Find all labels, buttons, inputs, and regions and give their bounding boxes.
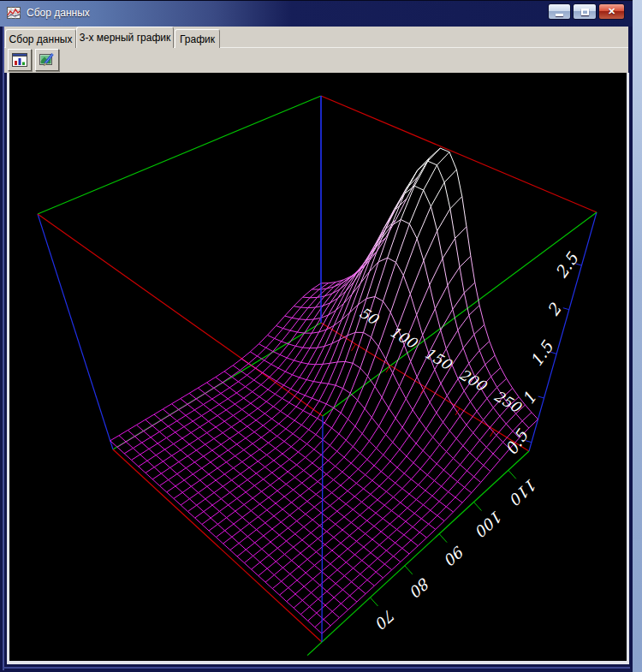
mesh-line	[469, 350, 479, 363]
mesh-line	[184, 474, 193, 480]
mesh-line	[271, 354, 280, 364]
mesh-line	[132, 455, 140, 461]
mesh-line	[204, 505, 212, 512]
mesh-line	[319, 526, 326, 532]
mesh-line	[449, 482, 458, 492]
mesh-line	[268, 381, 276, 390]
close-button[interactable]: ✕	[598, 3, 625, 20]
mesh-line	[199, 433, 207, 439]
mesh-line	[163, 455, 172, 461]
mesh-line	[223, 480, 231, 486]
mesh-line	[187, 399, 196, 404]
mesh-line	[460, 416, 467, 425]
mesh-line	[263, 419, 271, 425]
mesh-line	[326, 474, 333, 480]
mesh-line	[350, 393, 358, 400]
mesh-line	[411, 532, 419, 540]
tab-graph[interactable]: График	[175, 29, 220, 48]
mesh-line	[311, 476, 318, 482]
mesh-line	[226, 456, 235, 462]
mesh-line	[177, 421, 184, 427]
mesh-line	[303, 411, 310, 415]
mesh-line	[418, 158, 429, 176]
mesh-line	[229, 432, 238, 438]
export-image-button[interactable]	[35, 49, 59, 71]
mesh-line	[259, 568, 267, 575]
tab-data-collection[interactable]: Сбор данных	[5, 29, 76, 48]
mesh-line	[152, 425, 159, 431]
mesh-line	[265, 582, 272, 589]
mesh-line	[357, 534, 366, 542]
mesh-line	[202, 518, 211, 525]
mesh-line	[316, 487, 324, 494]
mesh-line	[329, 570, 337, 578]
chart-view-button[interactable]	[8, 49, 32, 71]
mesh-line	[182, 432, 191, 438]
maximize-button[interactable]	[573, 3, 597, 20]
mesh-line	[416, 429, 426, 443]
mesh-line	[443, 238, 455, 259]
surface-plot[interactable]: 501001502002507080901001100.511.522.5	[9, 73, 627, 661]
mesh-line	[391, 503, 400, 510]
mesh-line	[292, 553, 300, 561]
mesh-line	[368, 347, 379, 377]
mesh-line	[140, 449, 149, 455]
mesh-line	[394, 549, 402, 556]
mesh-line	[244, 450, 251, 456]
mesh-line	[396, 224, 410, 263]
mesh-line	[149, 449, 156, 455]
mesh-line	[235, 404, 241, 409]
mesh-line	[294, 540, 302, 547]
mesh-line	[306, 565, 314, 573]
mesh-line	[435, 285, 448, 308]
mesh-line	[212, 444, 221, 450]
mesh-line	[383, 443, 393, 455]
mesh-line	[225, 531, 232, 537]
mesh-line	[179, 404, 187, 409]
minimize-button[interactable]	[548, 3, 571, 20]
mesh-line	[417, 315, 423, 336]
z-axis-tick	[563, 308, 569, 310]
mesh-line	[371, 553, 377, 559]
titlebar[interactable]: Сбор данных ✕	[0, 0, 633, 27]
mesh-line	[410, 260, 424, 294]
mesh-line	[154, 414, 161, 420]
mesh-line	[449, 431, 456, 438]
mesh-line	[432, 486, 442, 496]
mesh-line	[286, 478, 294, 485]
mesh-line	[360, 567, 369, 574]
mesh-line	[369, 558, 377, 566]
mesh-line	[341, 413, 348, 419]
mesh-line	[207, 427, 216, 433]
mesh-line	[318, 482, 324, 488]
mesh-line	[366, 297, 375, 299]
mesh-line	[137, 425, 144, 431]
mesh-line	[336, 467, 342, 473]
mesh-line	[302, 592, 311, 600]
mesh-line	[269, 548, 277, 555]
mesh-line	[362, 494, 371, 502]
mesh-line	[314, 440, 323, 449]
mesh-line	[353, 509, 360, 515]
tab-3d-graph[interactable]: 3-х мерный график	[76, 27, 174, 48]
mesh-line	[402, 489, 409, 494]
mesh-line	[406, 377, 417, 399]
mesh-line	[241, 474, 247, 480]
surface-plot-canvas[interactable]: 501001502002507080901001100.511.522.5	[9, 73, 627, 661]
mesh-line	[354, 561, 362, 568]
mesh-line	[495, 355, 501, 367]
mesh-line	[409, 546, 418, 554]
mesh-line	[247, 537, 254, 543]
mesh-line	[464, 293, 469, 315]
mesh-line	[381, 524, 389, 532]
mesh-line	[424, 260, 430, 285]
mesh-line	[394, 556, 401, 562]
mesh-line	[292, 318, 299, 319]
mesh-line	[371, 494, 377, 499]
mesh-line	[359, 528, 366, 534]
mesh-line	[463, 335, 474, 348]
mesh-line	[283, 318, 292, 328]
mesh-line	[214, 433, 223, 439]
mesh-line	[207, 383, 214, 388]
mesh-line	[491, 377, 497, 388]
